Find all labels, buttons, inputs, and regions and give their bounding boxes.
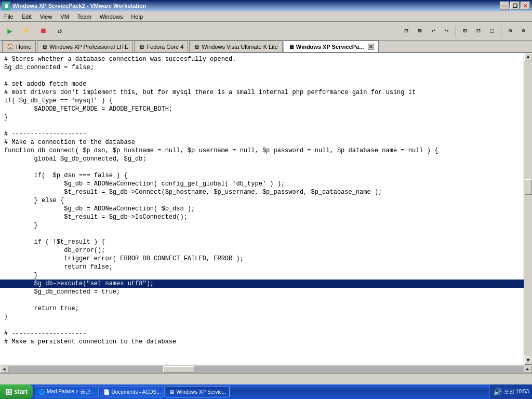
menu-vm[interactable]: VM xyxy=(56,12,73,21)
scroll-right-button[interactable]: ▶ xyxy=(524,366,532,373)
system-tray: 🔊 오전 10:53 xyxy=(489,384,532,399)
title-bar-buttons: — ❒ ✕ xyxy=(500,2,530,10)
maximize-button[interactable]: ❒ xyxy=(510,2,520,10)
code-line-11[interactable]: function db_connect( $p_dsn, $p_hostname… xyxy=(0,147,524,155)
menu-help[interactable]: Help xyxy=(127,12,147,21)
code-line-5[interactable]: if( $g_db_type == 'mysql' ) { xyxy=(0,97,524,105)
h-scroll-track[interactable] xyxy=(8,366,524,373)
taskbar: ⊞ start 🌐 Mad Palace > 글관... 📄 Documents… xyxy=(0,384,532,399)
code-line-9[interactable]: # -------------------- xyxy=(0,130,524,138)
tab-xp-sp2-label: Windows XP ServicePa... xyxy=(296,44,364,50)
code-line-7[interactable]: } xyxy=(0,113,524,122)
start-button[interactable]: ⊞ start xyxy=(0,384,33,399)
code-line-1[interactable]: $g_db_connected = false; xyxy=(0,63,524,72)
taskbar-item-mad-palace[interactable]: 🌐 Mad Palace > 글관... xyxy=(35,386,99,397)
toolbar-right-group: ⊡ ⊠ ↩ ↪ ⊞ ⊟ □ ⊕ ⊗ xyxy=(400,25,530,37)
title-bar: 🖥 Windows XP ServicePack2 - VMware Works… xyxy=(0,0,532,11)
code-line-20[interactable]: } xyxy=(0,221,524,230)
system-clock: 오전 10:53 xyxy=(504,388,529,395)
tray-volume-icon[interactable]: 🔊 xyxy=(493,388,502,396)
horizontal-scrollbar[interactable]: ◀ ▶ xyxy=(0,365,532,373)
menu-team[interactable]: Team xyxy=(73,12,96,21)
scroll-thumb[interactable] xyxy=(525,179,532,195)
menu-view[interactable]: View xyxy=(36,12,57,21)
tab-home-label: Home xyxy=(16,44,31,50)
toolbar-power-btn[interactable]: ▶ xyxy=(2,24,18,38)
vertical-scrollbar[interactable]: ▲ ▼ xyxy=(524,53,532,365)
toolbar-icon-9[interactable]: ⊗ xyxy=(517,25,530,37)
menu-bar: File Edit View VM Team Windows Help xyxy=(0,11,532,22)
code-line-33[interactable]: # -------------------- xyxy=(0,329,524,338)
tab-fedora-label: Fedora Core 4 xyxy=(147,44,183,50)
toolbar-icon-4[interactable]: ↪ xyxy=(441,25,453,37)
code-line-32[interactable] xyxy=(0,321,524,329)
code-line-34[interactable]: # Make a persistent connection to the da… xyxy=(0,338,524,346)
tab-xp-sp2-close[interactable]: ✕ xyxy=(368,44,374,50)
code-line-4[interactable]: # most drivers don't implement this, but… xyxy=(0,88,524,97)
code-line-18[interactable]: $g_db = ADONewConnection( $p_dsn ); xyxy=(0,205,524,213)
code-line-29[interactable] xyxy=(0,296,524,304)
scroll-down-button[interactable]: ▼ xyxy=(524,356,533,365)
code-line-6[interactable]: $ADODB_FETCH_MODE = ADODB_FETCH_BOTH; xyxy=(0,105,524,113)
code-line-17[interactable]: } else { xyxy=(0,196,524,205)
toolbar-icon-6[interactable]: ⊟ xyxy=(472,25,485,37)
code-line-22[interactable]: if ( !$t_result ) { xyxy=(0,238,524,246)
taskbar-item-windows-xp[interactable]: 🖥 Windows XP Servic... xyxy=(166,386,230,397)
code-line-3[interactable]: # set adodb fetch mode xyxy=(0,80,524,88)
toolbar-icon-8[interactable]: ⊕ xyxy=(504,25,516,37)
code-line-25[interactable]: return false; xyxy=(0,263,524,271)
status-bar xyxy=(0,373,532,383)
code-line-24[interactable]: trigger_error( ERROR_DB_CONNECT_FAILED, … xyxy=(0,255,524,263)
tab-xp-lite-icon: 🖥 xyxy=(42,44,47,50)
scroll-left-button[interactable]: ◀ xyxy=(0,366,8,373)
code-line-13[interactable] xyxy=(0,163,524,171)
code-line-0[interactable]: # Stores whether a database connection w… xyxy=(0,55,524,63)
code-line-26[interactable]: } xyxy=(0,271,524,280)
toolbar-icon-1[interactable]: ⊡ xyxy=(400,25,413,37)
tab-xp-sp2[interactable]: 🖥 Windows XP ServicePa... ✕ xyxy=(284,41,379,52)
close-button[interactable]: ✕ xyxy=(521,2,530,10)
code-line-16[interactable]: $t_result = $g_db->Connect($p_hostname, … xyxy=(0,188,524,196)
toolbar-separator xyxy=(456,25,456,37)
minimize-button[interactable]: — xyxy=(500,2,509,10)
code-line-28[interactable]: $g_db_connected = true; xyxy=(0,288,524,296)
toolbar-stop-btn[interactable]: ⏹ xyxy=(35,24,51,38)
taskbar-item-documents[interactable]: 📄 Documents - ACDS... xyxy=(100,386,165,397)
code-line-31[interactable]: } xyxy=(0,313,524,321)
tab-xp-lite[interactable]: 🖥 Windows XP Professional LITE xyxy=(37,41,133,52)
code-line-8[interactable] xyxy=(0,122,524,130)
toolbar-icon-5[interactable]: ⊞ xyxy=(459,25,471,37)
tab-xp-sp2-icon: 🖥 xyxy=(288,44,294,50)
h-scroll-thumb[interactable] xyxy=(163,366,194,373)
taskbar-item-documents-label: Documents - ACDS... xyxy=(112,389,161,395)
code-line-27[interactable]: $g_db->excute("set names utf8"); xyxy=(0,280,524,288)
taskbar-item-mad-palace-label: Mad Palace > 글관... xyxy=(47,388,95,395)
toolbar-refresh-btn[interactable]: ↺ xyxy=(52,24,68,38)
code-line-21[interactable] xyxy=(0,230,524,238)
scroll-track[interactable] xyxy=(524,61,532,356)
scroll-up-button[interactable]: ▲ xyxy=(524,53,533,61)
tab-fedora[interactable]: 🖥 Fedora Core 4 xyxy=(134,41,188,52)
code-line-30[interactable]: return true; xyxy=(0,304,524,313)
menu-file[interactable]: File xyxy=(0,12,18,21)
app-icon: 🖥 xyxy=(2,2,10,10)
code-line-19[interactable]: $t_result = $g_db->IsConnected(); xyxy=(0,213,524,221)
tab-vista[interactable]: 🖥 Windows Vista Ultimate K Lite xyxy=(189,41,283,52)
code-line-2[interactable] xyxy=(0,72,524,80)
code-line-15[interactable]: $g_db = ADONewConnection( config_get_glo… xyxy=(0,180,524,188)
code-line-23[interactable]: db_error(); xyxy=(0,246,524,255)
menu-edit[interactable]: Edit xyxy=(18,12,36,21)
toolbar-pause-btn[interactable]: ⏸ xyxy=(19,24,34,38)
title-bar-text: Windows XP ServicePack2 - VMware Worksta… xyxy=(12,3,146,9)
taskbar-item-windows-xp-icon: 🖥 xyxy=(169,389,175,395)
toolbar-icon-2[interactable]: ⊠ xyxy=(414,25,426,37)
toolbar-icon-7[interactable]: □ xyxy=(486,25,498,37)
tab-home[interactable]: 🏠 Home xyxy=(2,41,36,52)
code-line-10[interactable]: # Make a connection to the database xyxy=(0,138,524,147)
code-editor[interactable]: # Stores whether a database connection w… xyxy=(0,53,524,365)
menu-windows[interactable]: Windows xyxy=(96,12,127,21)
code-container: # Stores whether a database connection w… xyxy=(0,53,532,365)
toolbar-icon-3[interactable]: ↩ xyxy=(427,25,440,37)
code-line-14[interactable]: if( $p_dsn === false ) { xyxy=(0,171,524,180)
code-line-12[interactable]: global $g_db_connected, $g_db; xyxy=(0,155,524,163)
